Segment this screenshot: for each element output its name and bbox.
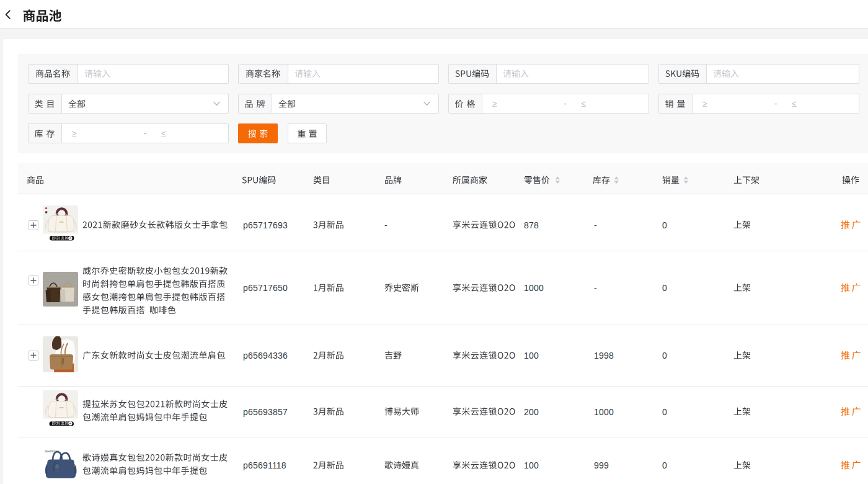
svg-text:Geshiman: Geshiman bbox=[45, 450, 59, 453]
